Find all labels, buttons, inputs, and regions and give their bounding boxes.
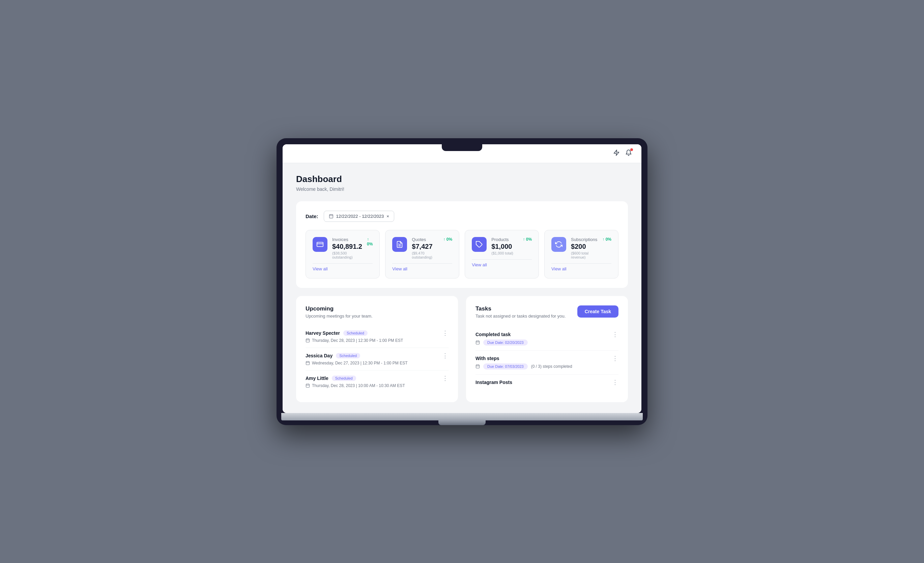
- metric-header-subscriptions: Subscriptions $200 ($600 total revenue) …: [551, 237, 611, 259]
- meeting-name-row-1: Jessica Day Scheduled: [306, 353, 360, 358]
- meeting-time-text-0: Thursday, Dec 28, 2023 | 12:30 PM - 1:00…: [312, 338, 403, 343]
- tasks-subtitle: Task not assigned or tasks designated fo…: [476, 313, 566, 319]
- meeting-item-2: Amy Little Scheduled ⋮: [306, 370, 448, 393]
- metric-header-quotes: Quotes $7,427 ($9,470 outstanding) ↑ 0%: [392, 237, 452, 259]
- task-item-0: Completed task ⋮ Due Date: 0: [476, 327, 618, 350]
- metric-name-invoices: Invoices: [332, 237, 362, 242]
- date-label: Date:: [306, 213, 318, 219]
- meeting-name-0: Harvey Specter: [306, 330, 340, 336]
- metrics-grid: Invoices $40,891.2 ($38,500 outstanding)…: [306, 230, 618, 279]
- metric-value-products: $1,000: [491, 243, 518, 250]
- svg-rect-5: [317, 242, 323, 246]
- metric-name-subscriptions: Subscriptions: [571, 237, 598, 242]
- notification-bell-icon[interactable]: [625, 149, 632, 158]
- metric-card-products: Products $1,000 ($1,000 total) ↑ 0% View…: [465, 230, 539, 279]
- metric-sub-subscriptions: ($600 total revenue): [571, 251, 598, 259]
- tasks-section: Tasks Task not assigned or tasks designa…: [466, 296, 628, 402]
- due-badge-0: Due Date: 02/20/2023: [483, 340, 528, 346]
- bottom-grid: Upcoming Upcoming meetings for your team…: [296, 296, 628, 402]
- view-all-quotes[interactable]: View all: [392, 263, 452, 271]
- task-item-1: With steps ⋮ Due Date: 07/03: [476, 350, 618, 374]
- metric-info-quotes: Quotes $7,427 ($9,470 outstanding): [412, 237, 438, 259]
- view-all-subscriptions[interactable]: View all: [551, 263, 611, 271]
- task-item-2: Instagram Posts ⋮: [476, 374, 618, 392]
- meeting-top-2: Amy Little Scheduled ⋮: [306, 375, 448, 381]
- quotes-icon: [392, 237, 407, 252]
- upcoming-section: Upcoming Upcoming meetings for your team…: [296, 296, 458, 402]
- metric-change-subscriptions: ↑ 0%: [602, 237, 611, 242]
- metric-sub-products: ($1,000 total): [491, 251, 518, 255]
- view-all-products[interactable]: View all: [472, 259, 532, 267]
- page-subtitle: Welcome back, Dimitri!: [296, 186, 628, 192]
- metric-sub-quotes: ($9,470 outstanding): [412, 251, 438, 259]
- subscriptions-icon: [551, 237, 566, 252]
- date-range-value: 12/22/2022 - 12/22/2023: [336, 214, 384, 219]
- metric-value-subscriptions: $200: [571, 243, 598, 250]
- metric-info-invoices: Invoices $40,891.2 ($38,500 outstanding): [332, 237, 362, 259]
- task-meta-0: Due Date: 02/20/2023: [476, 340, 618, 346]
- metric-change-quotes: ↑ 0%: [444, 237, 453, 242]
- meeting-name-1: Jessica Day: [306, 353, 333, 358]
- scheduled-badge-2: Scheduled: [332, 376, 356, 381]
- task-menu-2[interactable]: ⋮: [612, 379, 618, 385]
- metric-sub-invoices: ($38,500 outstanding): [332, 251, 362, 259]
- laptop-notch: [442, 144, 482, 151]
- svg-rect-10: [306, 339, 310, 342]
- date-row: Date: 12/22/2022 - 12/22/2023 ×: [306, 211, 618, 222]
- svg-rect-14: [306, 361, 310, 365]
- laptop-screen: Dashboard Welcome back, Dimitri! Date:: [283, 144, 641, 413]
- metric-info-subscriptions: Subscriptions $200 ($600 total revenue): [571, 237, 598, 259]
- metric-change-invoices: ↑ 0%: [367, 237, 373, 246]
- upcoming-title: Upcoming: [306, 305, 448, 312]
- stats-card: Date: 12/22/2022 - 12/22/2023 ×: [296, 201, 628, 288]
- laptop-frame: Dashboard Welcome back, Dimitri! Date:: [276, 138, 648, 425]
- create-task-button[interactable]: Create Task: [578, 305, 618, 317]
- task-menu-0[interactable]: ⋮: [612, 331, 618, 337]
- svg-marker-0: [614, 150, 619, 156]
- view-all-invoices[interactable]: View all: [313, 263, 373, 271]
- date-clear-button[interactable]: ×: [387, 214, 389, 219]
- metric-name-products: Products: [491, 237, 518, 242]
- metric-card-invoices: Invoices $40,891.2 ($38,500 outstanding)…: [306, 230, 380, 279]
- metric-card-quotes: Quotes $7,427 ($9,470 outstanding) ↑ 0% …: [385, 230, 459, 279]
- meeting-item-1: Jessica Day Scheduled ⋮: [306, 348, 448, 370]
- svg-rect-26: [476, 365, 480, 368]
- task-name-2: Instagram Posts: [476, 380, 512, 385]
- meeting-menu-2[interactable]: ⋮: [442, 375, 448, 381]
- task-meta-1: Due Date: 07/03/2023 (0 / 3) steps compl…: [476, 364, 618, 370]
- metric-name-quotes: Quotes: [412, 237, 438, 242]
- tasks-title-group: Tasks Task not assigned or tasks designa…: [476, 305, 566, 325]
- task-menu-1[interactable]: ⋮: [612, 355, 618, 361]
- steps-text-1: (0 / 3) steps completed: [531, 364, 572, 369]
- date-range-input[interactable]: 12/22/2022 - 12/22/2023 ×: [324, 211, 394, 222]
- meeting-name-row-2: Amy Little Scheduled: [306, 376, 356, 381]
- meeting-menu-1[interactable]: ⋮: [442, 353, 448, 359]
- metric-card-subscriptions: Subscriptions $200 ($600 total revenue) …: [544, 230, 618, 279]
- meeting-time-1: Wednesday, Dec 27, 2023 | 12:30 PM - 1:0…: [306, 361, 448, 365]
- top-bar-icons: [613, 149, 632, 158]
- scheduled-badge-1: Scheduled: [336, 353, 360, 358]
- due-badge-1: Due Date: 07/03/2023: [483, 364, 528, 370]
- meeting-time-text-1: Wednesday, Dec 27, 2023 | 12:30 PM - 1:0…: [312, 361, 408, 365]
- task-top-2: Instagram Posts ⋮: [476, 379, 618, 385]
- meeting-time-0: Thursday, Dec 28, 2023 | 12:30 PM - 1:00…: [306, 338, 448, 343]
- svg-rect-22: [476, 341, 480, 344]
- meeting-time-text-2: Thursday, Dec 28, 2023 | 10:00 AM - 10:3…: [312, 383, 405, 388]
- meeting-menu-0[interactable]: ⋮: [442, 330, 448, 336]
- meeting-item-0: Harvey Specter Scheduled ⋮: [306, 325, 448, 348]
- tasks-header: Tasks Task not assigned or tasks designa…: [476, 305, 618, 325]
- meeting-name-2: Amy Little: [306, 376, 328, 381]
- task-name-1: With steps: [476, 356, 500, 361]
- lightning-icon[interactable]: [613, 149, 620, 158]
- notification-dot: [630, 148, 633, 151]
- screen-content: Dashboard Welcome back, Dimitri! Date:: [283, 163, 641, 413]
- task-name-0: Completed task: [476, 332, 510, 337]
- svg-rect-1: [329, 214, 333, 218]
- svg-rect-18: [306, 384, 310, 387]
- metric-value-quotes: $7,427: [412, 243, 438, 250]
- meeting-name-row-0: Harvey Specter Scheduled: [306, 330, 368, 336]
- meeting-top-0: Harvey Specter Scheduled ⋮: [306, 330, 448, 336]
- metric-header-products: Products $1,000 ($1,000 total) ↑ 0%: [472, 237, 532, 255]
- laptop-base: [281, 413, 643, 421]
- tasks-title: Tasks: [476, 305, 566, 312]
